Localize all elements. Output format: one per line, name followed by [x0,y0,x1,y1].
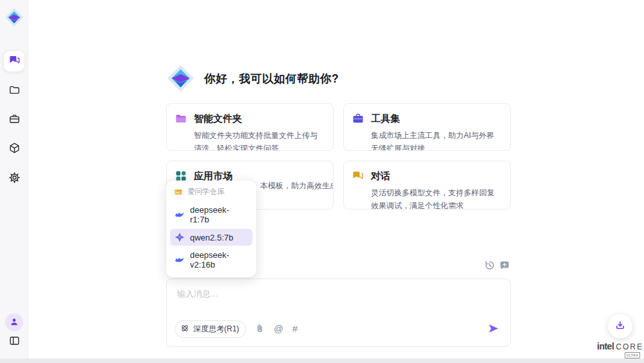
app-window: 你好，我可以如何帮助你? 智能文件夹 智能文件夹功能支持批量文件上传与清洗，轻松… [0,0,644,363]
model-option-qwen[interactable]: qwen2.5:7b [170,229,252,246]
panel-layout-icon [8,335,21,349]
paperclip-icon [255,324,265,335]
window-bottom-edge [0,358,644,363]
send-icon [488,322,500,337]
greeting-title: 你好，我可以如何帮助你? [204,71,339,86]
download-icon [614,320,626,333]
collapse-panel-button[interactable] [4,331,24,352]
card-toolkit[interactable]: 工具集 集成市场上主流工具，助力AI与外界无缝扩展与对接 [343,103,511,151]
intel-core-ultra-logo: intel core ultra [591,340,644,358]
app-logo-icon [4,7,24,28]
new-chat-button[interactable] [499,260,510,271]
send-button[interactable] [487,323,500,336]
history-icon [484,260,495,273]
sidebar-item-folders[interactable] [4,81,24,101]
briefcase-icon [8,113,21,127]
sidebar-item-chat[interactable] [4,51,24,72]
at-icon: @ [274,324,283,334]
sidebar-item-toolbox[interactable] [4,110,24,130]
history-button[interactable] [484,260,495,271]
prompt-tags-button[interactable]: # [292,324,298,334]
model-option-label: qwen2.5:7b [190,233,233,242]
card-title: 对话 [371,170,390,182]
model-group-header: 爱问学仓库 [170,185,252,201]
card-description-partial: 本模板，助力高效生成多 [260,181,334,191]
model-dropdown: 爱问学仓库 deepseek-r1:7b qwen2.5:7b [166,181,256,277]
new-chat-icon [499,260,510,273]
message-input[interactable] [167,279,510,317]
card-title: 智能文件夹 [194,113,242,125]
smart-folder-icon [175,112,187,125]
repository-icon [174,188,183,197]
message-composer: 深度思考(R1) @ # [166,279,511,347]
composer-toolbar: 深度思考(R1) @ # [175,320,500,338]
model-option-deepseek-v2[interactable]: deepseek-v2:16b [170,247,252,273]
ultra-badge: ultra [625,352,640,358]
gear-icon [8,172,21,186]
cube-icon [8,142,21,156]
deepseek-icon [175,210,185,220]
mention-button[interactable]: @ [274,324,283,334]
toolkit-icon [352,112,365,125]
model-option-label: deepseek-r1:7b [190,205,248,224]
user-avatar[interactable] [5,313,23,331]
deepthink-atom-icon [180,324,189,335]
sidebar-item-models[interactable] [4,139,24,159]
model-option-deepseek-r1[interactable]: deepseek-r1:7b [170,202,252,228]
card-description: 智能文件夹功能支持批量文件上传与清洗，轻松实现文件问答 [194,130,324,151]
card-conversation[interactable]: 对话 灵活切换多模型文件，支持多样回复效果调试，满足个性化需求 [343,161,511,210]
qwen-icon [175,232,185,242]
deepthink-toggle-button[interactable]: 深度思考(R1) [175,320,246,338]
greeting-header: 你好，我可以如何帮助你? [166,64,339,93]
core-wordmark: core [616,342,643,351]
intel-wordmark: intel [597,341,614,351]
folder-icon [8,84,21,98]
card-description: 灵活切换多模型文件，支持多样回复效果调试，满足个性化需求 [371,187,501,210]
deepseek-icon [175,255,185,265]
card-description: 集成市场上主流工具，助力AI与外界无缝扩展与对接 [371,130,501,151]
model-group-label: 爱问学仓库 [187,187,225,197]
sidebar [0,0,28,363]
sidebar-item-settings[interactable] [4,168,24,189]
card-title: 工具集 [371,113,400,125]
deepthink-label: 深度思考(R1) [193,324,239,335]
hash-icon: # [292,324,298,334]
model-option-label: deepseek-v2:16b [190,250,248,270]
person-icon [9,317,19,329]
download-fab-button[interactable] [608,314,632,338]
conversation-icon [352,170,365,182]
assistant-logo-icon [166,64,195,93]
chat-icon [8,54,21,68]
card-smart-folder[interactable]: 智能文件夹 智能文件夹功能支持批量文件上传与清洗，轻松实现文件问答 [166,103,334,151]
attach-file-button[interactable] [255,324,265,335]
